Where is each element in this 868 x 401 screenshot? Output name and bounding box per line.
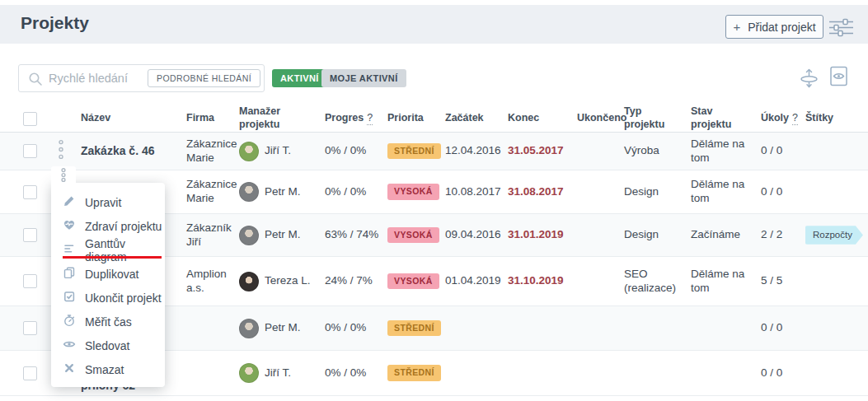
menu-item-label: Zdraví projektu xyxy=(85,220,162,233)
manager-name: Jiří T. xyxy=(265,366,291,380)
select-all-cell xyxy=(21,112,41,126)
column-header-zacatek[interactable]: Začátek xyxy=(445,112,501,125)
menu-item-zdrav-projektu[interactable]: Zdraví projektu xyxy=(51,214,165,238)
cell-progres: 0% / 0% xyxy=(325,366,381,380)
column-header-progres[interactable]: Progres? xyxy=(325,112,381,126)
cell-zacatek: 12.04.2016 xyxy=(445,144,501,158)
cell-konec: 31.01.2019 xyxy=(508,228,570,242)
cell-priorita: STŘEDNÍ xyxy=(387,365,439,380)
column-header-stav[interactable]: Stav projektu xyxy=(691,105,754,131)
x-icon xyxy=(63,361,76,377)
avatar xyxy=(239,319,259,338)
red-underline-annotation xyxy=(63,256,162,259)
table-row: Zakázka č. 46Zákaznice MarieJiří T.0% / … xyxy=(0,133,868,170)
avatar xyxy=(239,226,259,245)
cell-konec: 31.08.2017 xyxy=(508,185,570,199)
column-header-label: Firma xyxy=(186,112,214,125)
add-project-label: Přidat projekt xyxy=(748,21,815,34)
manager-name: Petr M. xyxy=(265,228,301,242)
row-checkbox[interactable] xyxy=(23,321,37,335)
add-project-button[interactable]: + Přidat projekt xyxy=(725,15,823,39)
cell-zacatek: 10.08.2017 xyxy=(445,185,501,199)
cell-typ: Design xyxy=(624,185,684,199)
project-tag[interactable]: Rozpočty xyxy=(805,226,863,244)
cell-progres: 0% / 0% xyxy=(325,144,381,158)
cell-typ: Výroba xyxy=(624,144,684,158)
cell-firma: Zákazník Jiří xyxy=(186,221,232,249)
menu-item-sledovat[interactable]: Sledovat xyxy=(51,333,165,357)
cell-ukoly: 0 / 0 xyxy=(761,185,799,199)
row-checkbox[interactable] xyxy=(23,274,37,288)
cell-manager: Tereza L. xyxy=(239,272,318,291)
row-checkbox[interactable] xyxy=(23,228,37,242)
menu-item-label: Měřit čas xyxy=(85,315,132,329)
advanced-search-button[interactable]: PODROBNÉ HLEDÁNÍ xyxy=(148,69,260,87)
table-header: NázevFirmaManažer projektuProgres?Priori… xyxy=(0,105,868,133)
column-header-stitky[interactable]: Štítky xyxy=(805,112,846,125)
cell-priorita: VYSOKÁ xyxy=(387,273,439,289)
priority-badge: STŘEDNÍ xyxy=(387,365,441,380)
cell-zacatek: 01.04.2019 xyxy=(445,274,501,288)
column-header-firma[interactable]: Firma xyxy=(186,112,232,125)
filter-chip-my-active[interactable]: MOJE AKTIVNÍ xyxy=(321,69,406,87)
column-header-priorita[interactable]: Priorita xyxy=(387,112,439,125)
cell-ukoly: 0 / 0 xyxy=(761,144,799,158)
row-height-icon[interactable] xyxy=(798,68,820,93)
cell-firma: Amplion a.s. xyxy=(186,268,232,296)
column-header-konec[interactable]: Konec xyxy=(508,112,570,125)
priority-badge: STŘEDNÍ xyxy=(387,143,441,159)
column-header-label: Typ projektu xyxy=(624,105,684,131)
column-header-name[interactable]: Název xyxy=(81,112,175,125)
menu-item-smazat[interactable]: Smazat xyxy=(51,357,165,381)
row-checkbox[interactable] xyxy=(23,185,37,199)
kebab-menu-button-open[interactable] xyxy=(51,166,76,183)
cell-ukoly: 5 / 5 xyxy=(761,274,799,288)
topbar: Projekty + Přidat projekt xyxy=(0,5,868,44)
search-icon xyxy=(28,72,43,90)
menu-item-ukon-it-projekt[interactable]: Ukončit projekt xyxy=(51,286,165,310)
column-help-icon[interactable]: ? xyxy=(792,112,798,126)
menu-item-label: Duplikovat xyxy=(85,268,138,281)
column-header-label: Štítky xyxy=(805,112,833,125)
search-box: PODROBNÉ HLEDÁNÍ xyxy=(18,64,265,92)
page-title: Projekty xyxy=(21,13,89,33)
column-header-label: Začátek xyxy=(445,112,484,125)
priority-badge: VYSOKÁ xyxy=(387,184,439,199)
kebab-menu-button[interactable] xyxy=(58,139,64,164)
column-header-ukonceno[interactable]: Ukončeno xyxy=(577,112,617,125)
avatar xyxy=(239,182,259,202)
cell-firma: Zákaznice Marie xyxy=(186,178,232,206)
column-help-icon[interactable]: ? xyxy=(367,112,373,126)
stopwatch-icon xyxy=(63,314,76,329)
cell-typ: Design xyxy=(624,228,684,242)
plus-icon: + xyxy=(733,20,740,34)
menu-item-label: Upravit xyxy=(85,196,121,209)
filter-chip-active[interactable]: AKTIVNÍ xyxy=(272,69,327,87)
column-header-typ[interactable]: Typ projektu xyxy=(624,105,684,131)
menu-item-duplikovat[interactable]: Duplikovat xyxy=(51,262,165,286)
table-settings-icon[interactable] xyxy=(829,18,853,40)
avatar xyxy=(239,363,259,383)
manager-name: Jiří T. xyxy=(265,144,291,158)
row-checkbox[interactable] xyxy=(23,144,37,158)
column-header-manager[interactable]: Manažer projektu xyxy=(239,105,318,131)
row-select-cell xyxy=(21,185,41,199)
project-name-link[interactable]: Zakázka č. 46 xyxy=(81,144,155,159)
menu-item-upravit[interactable]: Upravit xyxy=(51,190,165,214)
row-select-cell xyxy=(21,274,41,288)
menu-item-label: Smazat xyxy=(85,363,124,376)
cell-progres: 0% / 0% xyxy=(325,185,381,199)
row-kebab-cell xyxy=(58,139,69,164)
cell-zacatek: 09.04.2016 xyxy=(445,228,501,242)
row-select-cell xyxy=(21,228,41,242)
priority-badge: STŘEDNÍ xyxy=(387,320,441,336)
manager-name: Tereza L. xyxy=(265,274,311,288)
column-header-label: Úkoly xyxy=(761,112,789,125)
select-all-checkbox[interactable] xyxy=(23,112,37,126)
menu-item-m-it-as[interactable]: Měřit čas xyxy=(51,310,165,333)
saved-views-icon[interactable] xyxy=(829,65,848,91)
cell-ukoly: 0 / 0 xyxy=(761,321,799,335)
column-header-ukoly[interactable]: Úkoly? xyxy=(761,112,799,126)
row-checkbox[interactable] xyxy=(23,366,37,380)
menu-item-label: Ukončit projekt xyxy=(85,291,162,305)
